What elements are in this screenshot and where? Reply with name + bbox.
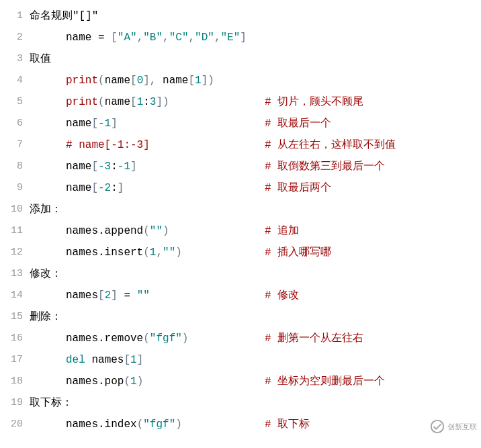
line-number: 16: [0, 328, 30, 349]
string: "fgf": [143, 418, 175, 431]
identifier: names.insert: [66, 247, 143, 259]
number: 1: [130, 375, 137, 388]
identifier: name: [105, 75, 130, 87]
comma: ,: [150, 75, 163, 87]
watermark-text: 创新互联: [447, 422, 477, 432]
operator: =: [91, 32, 111, 44]
identifier: names: [66, 289, 98, 302]
identifier: name: [66, 118, 91, 130]
line-number: 6: [0, 113, 30, 134]
number: -1: [98, 118, 111, 130]
code-line: 取下标：: [30, 392, 481, 414]
bracket: [: [124, 354, 130, 366]
number: 1: [130, 354, 137, 366]
identifier: names.index: [66, 418, 137, 431]
line-number: 5: [0, 91, 30, 113]
identifier: names.append: [66, 225, 143, 237]
comma: ,: [137, 32, 144, 44]
comment: # 切片，顾头不顾尾: [265, 91, 363, 113]
bracket: [: [130, 96, 137, 108]
bracket: [: [188, 75, 195, 87]
paren: ): [163, 96, 169, 108]
line-number: 20: [0, 414, 30, 435]
paren: ): [208, 75, 214, 87]
bracket: ]: [111, 289, 118, 302]
code-line: names.insert(1,"")# 插入哪写哪: [30, 242, 481, 263]
line-number: 8: [0, 156, 30, 177]
comment: # 坐标为空则删最后一个: [265, 371, 385, 392]
number: 1: [150, 247, 157, 259]
number: 1: [195, 75, 202, 87]
code-line: name[-3:-1]# 取倒数第三到最后一个: [30, 156, 481, 177]
line-number-gutter: 1 2 3 4 5 6 7 8 9 10 11 12 13 14 15 16 1…: [0, 0, 30, 435]
comma: ,: [188, 32, 195, 44]
paren: ): [182, 332, 189, 345]
text: 删除：: [30, 311, 62, 323]
line-number: 3: [0, 48, 30, 70]
comment: # 取下标: [265, 414, 310, 435]
comment: # 删第一个从左往右: [265, 328, 363, 349]
paren: (: [98, 96, 105, 108]
comment: # 修改: [265, 285, 299, 306]
code-line: print(name[0], name[1]): [30, 70, 481, 91]
code-area[interactable]: 命名规则"[]" name = ["A","B","C","D","E"] 取值…: [30, 0, 481, 435]
comment: # 取倒数第三到最后一个: [265, 156, 385, 177]
code-line: name[-1]# 取最后一个: [30, 113, 481, 134]
string: "": [163, 247, 175, 259]
colon: :: [111, 182, 118, 194]
svg-point-0: [431, 420, 443, 433]
number: 0: [137, 75, 144, 87]
bracket: ]: [118, 182, 124, 194]
paren: (: [143, 247, 150, 259]
string: "C": [169, 32, 189, 44]
code-line: names.append("")# 追加: [30, 220, 481, 242]
identifier: name: [66, 161, 91, 173]
string: "fgf": [150, 332, 182, 345]
bracket: [: [130, 75, 137, 87]
line-number: 14: [0, 285, 30, 306]
string: "": [137, 289, 150, 302]
line-number: 15: [0, 306, 30, 328]
line-number: 18: [0, 371, 30, 392]
bracket: [: [91, 161, 98, 173]
line-number: 17: [0, 349, 30, 371]
line-number: 19: [0, 392, 30, 414]
line-number: 11: [0, 220, 30, 242]
comment: # 插入哪写哪: [265, 242, 331, 263]
colon: :: [143, 96, 150, 108]
code-line: names.pop(1)# 坐标为空则删最后一个: [30, 371, 481, 392]
paren: ): [137, 375, 144, 388]
bracket: ]: [130, 161, 137, 173]
keyword-print: print: [66, 96, 98, 108]
line-number: 4: [0, 70, 30, 91]
comma: ,: [214, 32, 221, 44]
string: "D": [195, 32, 214, 44]
code-line: 修改：: [30, 263, 481, 285]
comma: ,: [163, 32, 169, 44]
keyword-print: print: [66, 75, 98, 87]
code-line: # name[-1:-3]# 从左往右，这样取不到值: [30, 134, 481, 156]
paren: (: [143, 332, 150, 345]
comment: # 取最后两个: [265, 177, 331, 199]
line-number: 9: [0, 177, 30, 199]
code-line: names[2] = ""# 修改: [30, 285, 481, 306]
text: 修改：: [30, 268, 62, 280]
string: "E": [221, 32, 240, 44]
line-number: 12: [0, 242, 30, 263]
line-number: 7: [0, 134, 30, 156]
paren: (: [143, 225, 150, 237]
identifier: names.pop: [66, 375, 124, 388]
line-number: 10: [0, 199, 30, 220]
identifier: name: [105, 96, 130, 108]
string: "A": [118, 32, 137, 44]
paren: ): [175, 247, 182, 259]
code-line: 添加：: [30, 199, 481, 220]
colon: :: [111, 161, 118, 173]
number: 2: [105, 289, 112, 302]
bracket: [: [98, 289, 105, 302]
identifier: name: [66, 32, 91, 44]
watermark: 创新互联: [430, 419, 477, 434]
comma: ,: [156, 247, 163, 259]
code-line: print(name[1:3])# 切片，顾头不顾尾: [30, 91, 481, 113]
bracket: [: [91, 182, 98, 194]
